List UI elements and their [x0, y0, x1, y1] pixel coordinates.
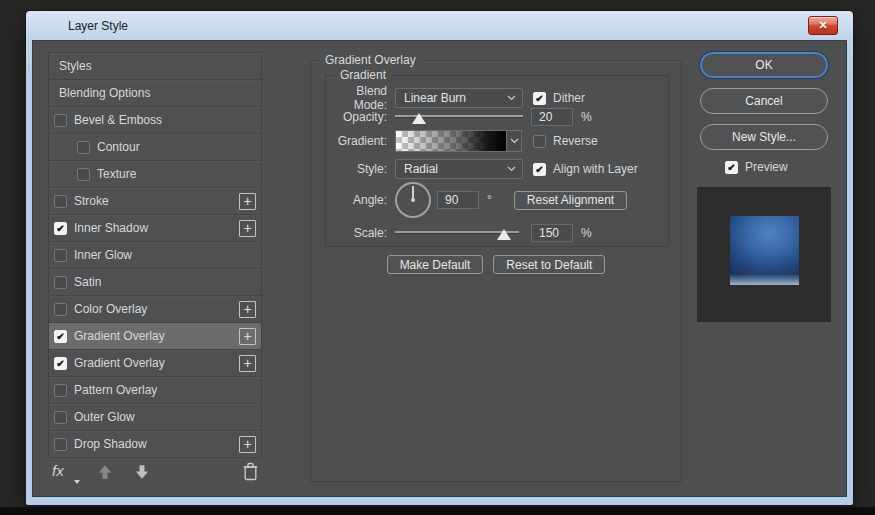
reset-to-default-button[interactable]: Reset to Default	[493, 255, 605, 274]
sidebar-item[interactable]: Stroke+	[49, 188, 261, 215]
gradient-dropdown-button[interactable]	[506, 130, 522, 152]
opacity-input[interactable]	[531, 108, 573, 126]
style-enable-checkbox[interactable]	[77, 168, 90, 181]
style-enable-checkbox[interactable]	[77, 141, 90, 154]
title-bar[interactable]: Layer Style ✕	[26, 11, 853, 41]
sidebar-item-label: Drop Shadow	[74, 437, 147, 451]
slider-thumb[interactable]	[412, 113, 426, 124]
style-enable-checkbox[interactable]	[54, 249, 67, 262]
cancel-button[interactable]: Cancel	[700, 88, 828, 114]
add-effect-instance-button[interactable]: +	[239, 301, 256, 318]
dialog-body: StylesBlending OptionsBevel & EmbossCont…	[33, 41, 846, 496]
sidebar-item-label: Inner Glow	[74, 248, 132, 262]
sidebar-item-label: Satin	[74, 275, 101, 289]
style-enable-checkbox[interactable]	[54, 195, 67, 208]
blend-mode-select[interactable]: Linear Burn	[395, 88, 523, 108]
sidebar-item[interactable]: Inner Glow	[49, 242, 261, 269]
add-effect-instance-button[interactable]: +	[239, 220, 256, 237]
add-effect-instance-button[interactable]: +	[239, 436, 256, 453]
style-enable-checkbox[interactable]	[54, 114, 67, 127]
sidebar-item-label: Bevel & Emboss	[74, 113, 162, 127]
sidebar-item[interactable]: Pattern Overlay	[49, 377, 261, 404]
background-strip	[0, 507, 875, 515]
new-style-button[interactable]: New Style...	[700, 124, 828, 150]
style-enable-checkbox[interactable]: ✔	[54, 357, 67, 370]
angle-label: Angle:	[326, 193, 387, 207]
chevron-down-icon	[510, 138, 519, 144]
style-enable-checkbox[interactable]	[54, 438, 67, 451]
style-label: Style:	[326, 162, 387, 176]
preview-thumbnail	[697, 187, 831, 322]
chevron-down-icon	[507, 95, 516, 101]
sidebar-item-label: Contour	[97, 140, 140, 154]
angle-input[interactable]	[437, 191, 479, 209]
group-title: Gradient	[335, 68, 391, 82]
align-with-layer-checkbox[interactable]: ✔	[533, 163, 546, 176]
fx-effects-button[interactable]: fx	[52, 462, 78, 484]
sidebar-item[interactable]: Contour	[49, 134, 261, 161]
sidebar-item[interactable]: ✔Gradient Overlay+	[49, 350, 261, 377]
style-enable-checkbox[interactable]: ✔	[54, 222, 67, 235]
sidebar-item[interactable]: Outer Glow	[49, 404, 261, 431]
sidebar-item-label: Inner Shadow	[74, 221, 148, 235]
reset-alignment-button[interactable]: Reset Alignment	[514, 191, 627, 210]
scale-label: Scale:	[326, 226, 387, 240]
style-enable-checkbox[interactable]	[54, 276, 67, 289]
style-enable-checkbox[interactable]: ✔	[54, 330, 67, 343]
sidebar-item-label: Gradient Overlay	[74, 329, 165, 343]
opacity-label: Opacity:	[326, 110, 387, 124]
move-effect-up-button[interactable]	[96, 463, 116, 481]
ok-button[interactable]: OK	[700, 52, 828, 78]
sidebar-footer: fx	[48, 458, 262, 489]
add-effect-instance-button[interactable]: +	[239, 355, 256, 372]
dither-label: Dither	[553, 91, 585, 105]
reverse-checkbox[interactable]	[533, 135, 546, 148]
sidebar-item[interactable]: Drop Shadow+	[49, 431, 261, 458]
sidebar-item[interactable]: Color Overlay+	[49, 296, 261, 323]
panel-title: Gradient Overlay	[320, 53, 421, 67]
move-effect-down-button[interactable]	[133, 463, 153, 481]
opacity-slider[interactable]	[395, 108, 523, 126]
scale-input[interactable]	[531, 224, 573, 242]
style-enable-checkbox[interactable]	[54, 303, 67, 316]
sidebar-item-label: Outer Glow	[74, 410, 135, 424]
scale-slider[interactable]	[395, 224, 519, 242]
chevron-down-icon	[507, 166, 516, 172]
sidebar-item-label: Texture	[97, 167, 136, 181]
sidebar-item[interactable]: Texture	[49, 161, 261, 188]
style-enable-checkbox[interactable]	[54, 411, 67, 424]
make-default-button[interactable]: Make Default	[387, 255, 484, 274]
gradient-label: Gradient:	[326, 134, 387, 148]
trash-icon	[242, 461, 259, 481]
sidebar-item-label: Stroke	[74, 194, 109, 208]
angle-dial[interactable]	[395, 182, 431, 218]
arrow-down-icon	[133, 463, 151, 481]
sidebar-item[interactable]: ✔Inner Shadow+	[49, 215, 261, 242]
add-effect-instance-button[interactable]: +	[239, 193, 256, 210]
preview-checkbox[interactable]: ✔	[725, 161, 738, 174]
sidebar-item-label: Blending Options	[59, 86, 150, 100]
style-select[interactable]: Radial	[395, 159, 523, 179]
dither-checkbox[interactable]: ✔	[533, 92, 546, 105]
preview-gradient-square	[730, 216, 799, 285]
sidebar-item[interactable]: ✔Gradient Overlay+	[49, 323, 261, 350]
sidebar-item-label: Color Overlay	[74, 302, 147, 316]
gradient-swatch[interactable]	[395, 130, 506, 152]
sidebar-item[interactable]: Bevel & Emboss	[49, 107, 261, 134]
gradient-overlay-panel: Gradient Overlay Gradient Blend Mode: Li…	[310, 60, 682, 482]
sidebar-item[interactable]: Satin	[49, 269, 261, 296]
slider-thumb[interactable]	[497, 229, 511, 240]
gradient-picker[interactable]	[395, 130, 522, 152]
arrow-up-icon	[96, 463, 114, 481]
angle-center-dot	[411, 198, 415, 202]
fx-caret-icon	[74, 480, 80, 484]
sidebar-item[interactable]: Blending Options	[49, 80, 261, 107]
sidebar-list: StylesBlending OptionsBevel & EmbossCont…	[48, 52, 262, 458]
style-enable-checkbox[interactable]	[54, 384, 67, 397]
add-effect-instance-button[interactable]: +	[239, 328, 256, 345]
angle-unit: °	[487, 193, 492, 207]
close-button[interactable]: ✕	[808, 16, 838, 35]
window-title: Layer Style	[68, 19, 128, 33]
sidebar-item[interactable]: Styles	[49, 53, 261, 80]
delete-effect-button[interactable]	[242, 461, 259, 481]
